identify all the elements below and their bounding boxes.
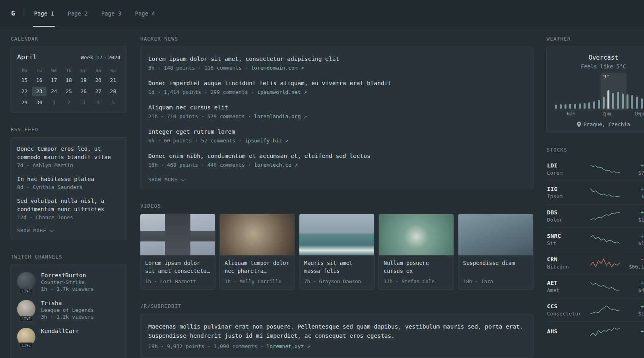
tab-page-1[interactable]: Page 1: [33, 0, 56, 27]
avatar-wrap: LIVE: [17, 328, 35, 346]
hn-item-meta: 3h · 148 points · 116 comments · loremdo…: [148, 65, 525, 71]
stock-row[interactable]: AHS +0.46%: [546, 321, 644, 342]
reddit-domain-link[interactable]: loremnet.xyz ↗: [266, 343, 310, 349]
video-title[interactable]: Aliquam tempor dolor nec pharetra…: [225, 259, 290, 275]
chevron-down-icon: [50, 228, 54, 232]
weather-bar: [569, 104, 571, 109]
stock-row[interactable]: CCS Consectetur +0.51% $165.84: [546, 298, 644, 321]
rss-item: Sed volutpat nulla nisl, a condimentum n…: [17, 197, 120, 220]
reddit-widget: /R/SUBREDDIT Maecenas mollis pulvinar er…: [140, 303, 533, 358]
video-card[interactable]: Suspendisse diam 18h · Tara: [458, 214, 533, 290]
app-logo[interactable]: G: [11, 0, 15, 27]
rss-widget-title: RSS FEED: [11, 126, 127, 132]
stock-row[interactable]: SNRC Sit +1.36% $148.64: [546, 228, 644, 251]
stock-id: CCS Consectetur: [547, 303, 587, 317]
hn-item-domain-link[interactable]: loremtech.co ↗: [254, 162, 298, 168]
stock-price: $499.72: [623, 287, 644, 293]
stock-row[interactable]: AET Amet +0.92% $499.72: [546, 274, 644, 298]
hacker-news-widget: HACKER NEWS Lorem ipsum dolor sit amet, …: [140, 36, 533, 189]
video-title[interactable]: Nullam posuere cursus ex: [384, 259, 449, 275]
video-card[interactable]: Aliquam tempor dolor nec pharetra… 1h · …: [219, 214, 295, 290]
rss-show-more-button[interactable]: SHOW MORE: [17, 228, 52, 233]
channel-name[interactable]: KendallCarr: [41, 328, 79, 334]
video-thumbnail[interactable]: [458, 214, 533, 255]
stock-sparkline: [587, 234, 623, 245]
hn-item-domain-link[interactable]: ipsumify.biz ↗: [245, 138, 289, 144]
video-title[interactable]: Suspendisse diam: [463, 259, 528, 275]
rss-item-meta: 8d · Cynthia Saunders: [17, 184, 120, 190]
hn-item-domain-link[interactable]: ipsumworld.net ↗: [257, 89, 307, 95]
show-more-label: SHOW MORE: [148, 177, 178, 183]
weather-bar: [584, 103, 586, 109]
tab-page-4[interactable]: Page 4: [134, 0, 156, 27]
channel-meta: 3h · 1.2k viewers: [41, 314, 94, 320]
video-body: Aliquam tempor dolor nec pharetra… 1h · …: [220, 255, 295, 289]
hn-item-domain-link[interactable]: loremdomain.com ↗: [251, 65, 304, 71]
hn-item-title[interactable]: Lorem ipsum dolor sit amet, consectetur …: [148, 55, 525, 63]
hn-item-domain-link[interactable]: loremlandia.org ↗: [254, 113, 307, 119]
stock-name: Sit: [547, 240, 587, 246]
channel-category: League of Legends: [41, 307, 94, 313]
hn-item-title[interactable]: Integer eget rutrum lorem: [148, 128, 525, 136]
reddit-card: Maecenas mollis pulvinar erat non posuer…: [140, 314, 533, 358]
video-thumbnail[interactable]: [140, 214, 215, 255]
twitch-channel-row[interactable]: LIVE ForrestBurton Counter-Strike 1h · 1…: [17, 272, 120, 292]
hn-item: Aliquam nec cursus elit 21h · 710 points…: [148, 103, 525, 119]
video-card[interactable]: Lorem ipsum dolor sit amet consectetu… 1…: [140, 214, 215, 290]
rss-item-title[interactable]: Sed volutpat nulla nisl, a condimentum n…: [17, 197, 120, 214]
calendar-dow-label: Tu: [32, 66, 47, 76]
calendar-month: April: [17, 53, 37, 61]
middle-column: HACKER NEWS Lorem ipsum dolor sit amet, …: [140, 36, 533, 358]
channel-name[interactable]: Trisha: [41, 300, 94, 306]
video-thumbnail[interactable]: [299, 214, 374, 255]
calendar-dow-label: Sa: [91, 66, 106, 76]
rss-item-title[interactable]: Donec tempor eros leo, ut commodo mauris…: [17, 145, 120, 161]
stock-row[interactable]: LDI Lorem +4.35% $795.18: [546, 158, 644, 181]
hn-item-title[interactable]: Donec imperdiet augue tincidunt felis al…: [148, 79, 525, 88]
stock-name: Bitcorn: [547, 264, 587, 270]
stock-price: $42.04: [623, 193, 644, 199]
video-body: Nullam posuere cursus ex 17h · Stefan Co…: [379, 255, 454, 289]
location-text: Prague, Czechia: [584, 121, 630, 127]
stock-id: IIG Ipsum: [547, 186, 587, 199]
calendar-day-selected: 23: [32, 87, 47, 96]
stock-symbol: CCS: [547, 303, 587, 309]
stock-id: SNRC Sit: [547, 233, 587, 246]
calendar-day: 15: [17, 76, 32, 85]
tab-page-2[interactable]: Page 2: [66, 0, 89, 27]
video-title[interactable]: Mauris sit amet massa felis: [304, 259, 369, 275]
stock-symbol: DBS: [547, 209, 587, 216]
stock-change: +0.46%: [623, 328, 644, 335]
video-thumbnail[interactable]: [220, 214, 295, 255]
video-thumbnail[interactable]: [379, 214, 454, 255]
stock-id: AHS: [547, 328, 587, 336]
weather-card: Overcast Feels like 5°C 9° 6am 2pm 10pm …: [546, 47, 644, 133]
calendar-dow-label: Th: [61, 66, 76, 76]
twitch-channel-row[interactable]: LIVE KendallCarr: [17, 328, 120, 346]
hn-show-more-button[interactable]: SHOW MORE: [148, 177, 184, 183]
calendar-day: 20: [91, 76, 106, 85]
stock-symbol: LDI: [547, 162, 587, 169]
video-card[interactable]: Mauris sit amet massa felis 7h · Grayson…: [299, 214, 374, 290]
show-more-label: SHOW MORE: [17, 228, 47, 233]
hn-item-title[interactable]: Aliquam nec cursus elit: [148, 103, 525, 112]
twitch-channel-row[interactable]: LIVE Trisha League of Legends 3h · 1.2k …: [17, 300, 120, 320]
stock-row[interactable]: DBS Dolor +1.42% $156.28: [546, 204, 644, 228]
calendar-widget: CALENDAR April Week 17·2024 MoTuWeThFrSa…: [10, 36, 127, 113]
reddit-post-title[interactable]: Maecenas mollis pulvinar erat non posuer…: [148, 322, 525, 340]
stock-row[interactable]: CRN Bitcorn -1.00% $66,171.48: [546, 251, 644, 274]
rss-item-title[interactable]: In hac habitasse platea: [17, 175, 120, 183]
stock-sparkline: [587, 327, 623, 337]
tab-page-3[interactable]: Page 3: [100, 0, 123, 27]
video-card[interactable]: Nullam posuere cursus ex 17h · Stefan Co…: [378, 214, 454, 290]
hn-item-title[interactable]: Donec enim nibh, condimentum et accumsan…: [148, 152, 525, 160]
video-title[interactable]: Lorem ipsum dolor sit amet consectetu…: [145, 259, 210, 275]
calendar-day: 16: [32, 76, 47, 85]
channel-name[interactable]: ForrestBurton: [41, 272, 94, 278]
stock-change: +1.36%: [623, 233, 644, 239]
channel-info: KendallCarr: [41, 328, 79, 346]
stock-change: +1.42%: [623, 209, 644, 216]
stock-row[interactable]: IIG Ipsum +2.84% $42.04: [546, 181, 644, 204]
live-badge: LIVE: [19, 342, 33, 348]
hn-item: Donec enim nibh, condimentum et accumsan…: [148, 152, 525, 168]
